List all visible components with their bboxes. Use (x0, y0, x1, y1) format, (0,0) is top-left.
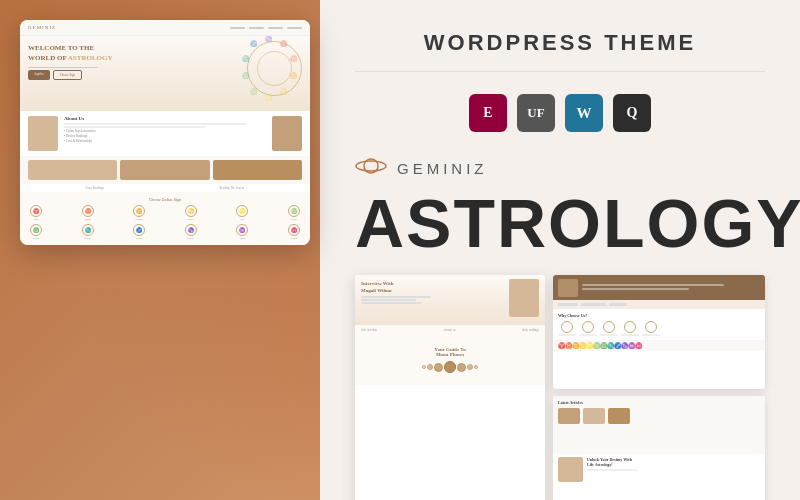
mockup-nav-links (230, 27, 302, 29)
moon-section: Your Guide ToMoon Phases (355, 335, 545, 385)
article-thumb (558, 457, 583, 482)
main-title: ASTROLOGY (355, 189, 765, 257)
about-bullet-2: • Destiny Readings (64, 134, 266, 138)
zodiac-taurus: ♉ Taurus (82, 205, 94, 221)
wordpress-icon: W (565, 94, 603, 132)
svg-text:♐: ♐ (250, 40, 258, 48)
preview2-stats: visit us today contact us daily readings (355, 325, 545, 335)
website-mockup-card: GEMINIZ WELCOME TO THEWORLD OF ASTROLOGY… (20, 20, 310, 245)
mockup-logo: GEMINIZ (28, 25, 56, 30)
preview2-hero: Interview WithMagali Wilma (355, 275, 545, 325)
previews-row: Interview WithMagali Wilma visit us toda… (355, 275, 765, 500)
svg-point-17 (356, 161, 386, 171)
nav-link-3 (268, 27, 283, 29)
zodiac-scorpio: ♏ Scorpio (82, 224, 94, 240)
zodiac-sagittarius: ♐ Sagitt. (133, 224, 145, 240)
footer-img-3 (213, 160, 302, 180)
zodiac-libra: ♎ Libra (30, 224, 42, 240)
svg-text:♌: ♌ (265, 94, 273, 102)
zodiac-capricorn: ♑ Capric. (185, 224, 197, 240)
brand-name: GEMINIZ (397, 160, 488, 177)
interview-title: Interview WithMagali Wilma (361, 281, 441, 294)
main-preview-panel: GEMINIZ WELCOME TO THEWORLD OF ASTROLOGY… (20, 20, 320, 480)
about-image-2 (272, 116, 302, 151)
p3-tags (553, 300, 765, 309)
about-bullet-1: • Zodiac Sign Information (64, 129, 266, 133)
hero-heading: WELCOME TO THEWORLD OF ASTROLOGY (28, 44, 118, 64)
svg-text:♍: ♍ (250, 88, 258, 96)
why-icon-1 (558, 321, 576, 336)
zodiac-pisces: ♓ Pisces (288, 224, 300, 240)
preview-middle: Interview WithMagali Wilma visit us toda… (355, 275, 545, 500)
about-heading: About Us (64, 116, 266, 121)
svg-text:♏: ♏ (242, 55, 250, 63)
label-readings: Reading The Leaves (220, 186, 245, 190)
svg-text:♊: ♊ (290, 72, 298, 80)
why-icon-3 (600, 321, 618, 336)
p3-strip (553, 275, 765, 300)
zodiac-row-1: ♈ Aries ♉ Taurus ♊ Gemini ♋ Cancer ♌ L (28, 205, 302, 221)
zodiac-gemini: ♊ Gemini (133, 205, 145, 221)
elementor-icon: E (469, 94, 507, 132)
plugin-icons-row: E UF W Q (355, 94, 765, 132)
article-img-2 (583, 408, 605, 424)
label-tarot: Tarot Readings (86, 186, 104, 190)
moon-phases (355, 361, 545, 373)
moon-title: Your Guide ToMoon Phases (355, 347, 545, 373)
why-choose-title: Why Choose Us? (558, 313, 760, 318)
p3-header-text (582, 284, 760, 292)
mockup-labels: Tarot Readings Reading The Leaves (20, 184, 310, 192)
mockup-about: About Us • Zodiac Sign Information • Des… (20, 111, 310, 156)
saturn-icon (355, 152, 387, 184)
preview-right: Why Choose Us? (553, 275, 765, 500)
about-line-1 (64, 123, 246, 125)
svg-text:♈: ♈ (280, 40, 288, 48)
svg-text:♋: ♋ (280, 88, 288, 96)
zodiac-row-2: ♎ Libra ♏ Scorpio ♐ Sagitt. ♑ Capric. ♒ (28, 224, 302, 240)
right-info-panel: WORDPRESS THEME E UF W Q GEMINIZ ASTROLO… (320, 0, 800, 500)
zodiac-title: Choose Zodiac Sign (28, 197, 302, 202)
interview-image (509, 279, 539, 317)
about-line-2 (64, 126, 205, 128)
article-content: Unlock Your Destiny WithLife Astrology! (558, 457, 760, 482)
preview-right-bottom: Latest Articles Unlock Your Destiny With… (553, 396, 765, 500)
zodiac-section: Choose Zodiac Sign ♈ Aries ♉ Taurus ♊ Ge… (20, 192, 310, 245)
hero-subtext (28, 67, 98, 69)
p3-header-img (558, 279, 578, 297)
zodiac-wheel: ♈ ♉ ♊ ♋ ♌ ♍ ♎ ♏ ♐ ♑ (230, 36, 310, 106)
why-icons (558, 321, 760, 336)
preview-right-top: Why Choose Us? (553, 275, 765, 389)
about-text: About Us • Zodiac Sign Information • Des… (64, 116, 266, 151)
svg-text:♎: ♎ (242, 72, 250, 80)
wp-theme-label: WORDPRESS THEME (355, 30, 765, 72)
about-bullet-3: • Love & Relationships (64, 139, 266, 143)
article-preview: Unlock Your Destiny WithLife Astrology! (553, 454, 765, 500)
zodiac-leo: ♌ Leo (236, 205, 248, 221)
zodiac-virgo: ♍ Virgo (288, 205, 300, 221)
svg-text:♑: ♑ (265, 36, 273, 43)
about-image-1 (28, 116, 58, 151)
why-icon-4 (621, 321, 639, 336)
mockup-nav: GEMINIZ (20, 20, 310, 36)
latest-articles-title: Latest Articles (558, 400, 760, 405)
footer-img-1 (28, 160, 117, 180)
svg-text:♉: ♉ (290, 55, 298, 63)
articles-section: Latest Articles (553, 396, 765, 454)
article-img-3 (608, 408, 630, 424)
zodiac-cancer: ♋ Cancer (185, 205, 197, 221)
nav-link-2 (249, 27, 264, 29)
uf-icon: UF (517, 94, 555, 132)
mockup-footer-images (20, 156, 310, 184)
article-img-1 (558, 408, 580, 424)
footer-img-2 (120, 160, 209, 180)
qode-icon: Q (613, 94, 651, 132)
article-text: Unlock Your Destiny WithLife Astrology! (587, 457, 637, 471)
article-line (587, 469, 637, 471)
p3-why-section: Why Choose Us? (553, 309, 765, 340)
mockup-hero: WELCOME TO THEWORLD OF ASTROLOGY Aquileo… (20, 36, 310, 111)
why-icon-5 (642, 321, 660, 336)
nav-link-1 (230, 27, 245, 29)
zodiac-aries: ♈ Aries (30, 205, 42, 221)
brand-area: GEMINIZ (355, 152, 765, 184)
p3-zodiac-strip: ♈♉♊♋♌♍♎♏♐♑♒♓ (553, 340, 765, 351)
